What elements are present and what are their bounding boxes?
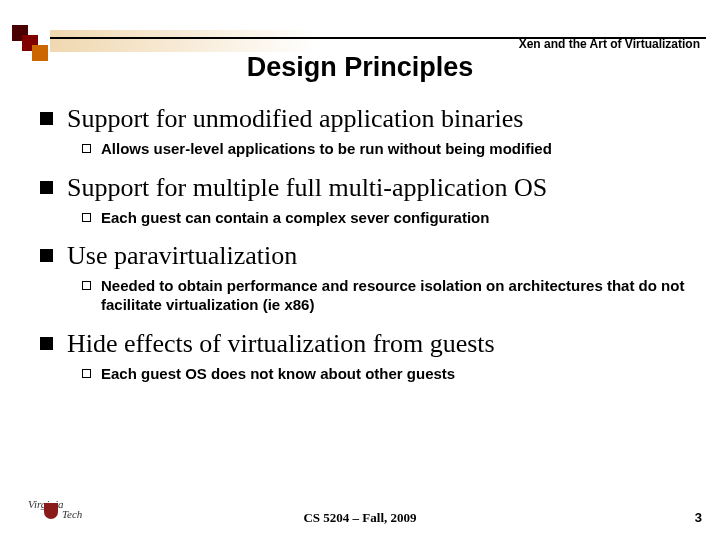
bullet-item: Support for multiple full multi-applicat…: [40, 173, 690, 228]
hollow-square-bullet-icon: [82, 213, 91, 222]
main-bullet-text: Use paravirtualization: [67, 241, 297, 271]
main-bullet-line: Support for multiple full multi-applicat…: [40, 173, 690, 203]
square-bullet-icon: [40, 181, 53, 194]
footer: Virginia Tech CS 5204 – Fall, 2009 3: [0, 504, 720, 532]
hollow-square-bullet-icon: [82, 144, 91, 153]
sub-bullet-text: Needed to obtain performance and resourc…: [101, 277, 690, 315]
square-bullet-icon: [40, 337, 53, 350]
square-bullet-icon: [40, 112, 53, 125]
sub-bullet-line: Needed to obtain performance and resourc…: [82, 277, 690, 315]
slide-title: Design Principles: [0, 52, 720, 83]
hollow-square-bullet-icon: [82, 281, 91, 290]
main-bullet-line: Support for unmodified application binar…: [40, 104, 690, 134]
sub-bullet-text: Allows user-level applications to be run…: [101, 140, 552, 159]
main-bullet-text: Hide effects of virtualization from gues…: [67, 329, 495, 359]
bullet-item: Hide effects of virtualization from gues…: [40, 329, 690, 384]
content-area: Support for unmodified application binar…: [40, 104, 690, 397]
running-title-area: Xen and the Art of Virtualization: [386, 30, 706, 52]
sub-bullet-line: Each guest can contain a complex sever c…: [82, 209, 690, 228]
sub-bullet-line: Each guest OS does not know about other …: [82, 365, 690, 384]
sub-bullet-line: Allows user-level applications to be run…: [82, 140, 690, 159]
main-bullet-text: Support for unmodified application binar…: [67, 104, 523, 134]
bullet-item: Support for unmodified application binar…: [40, 104, 690, 159]
main-bullet-text: Support for multiple full multi-applicat…: [67, 173, 547, 203]
main-bullet-line: Hide effects of virtualization from gues…: [40, 329, 690, 359]
hollow-square-bullet-icon: [82, 369, 91, 378]
header-bar: Xen and the Art of Virtualization: [0, 15, 720, 39]
main-bullet-line: Use paravirtualization: [40, 241, 690, 271]
header-gradient: [50, 30, 386, 52]
sub-bullet-text: Each guest OS does not know about other …: [101, 365, 455, 384]
sub-bullet-text: Each guest can contain a complex sever c…: [101, 209, 489, 228]
bullet-item: Use paravirtualization Needed to obtain …: [40, 241, 690, 314]
page-number: 3: [695, 510, 702, 525]
square-bullet-icon: [40, 249, 53, 262]
running-title: Xen and the Art of Virtualization: [519, 37, 700, 51]
footer-course: CS 5204 – Fall, 2009: [0, 510, 720, 526]
header-underline: [50, 37, 706, 39]
